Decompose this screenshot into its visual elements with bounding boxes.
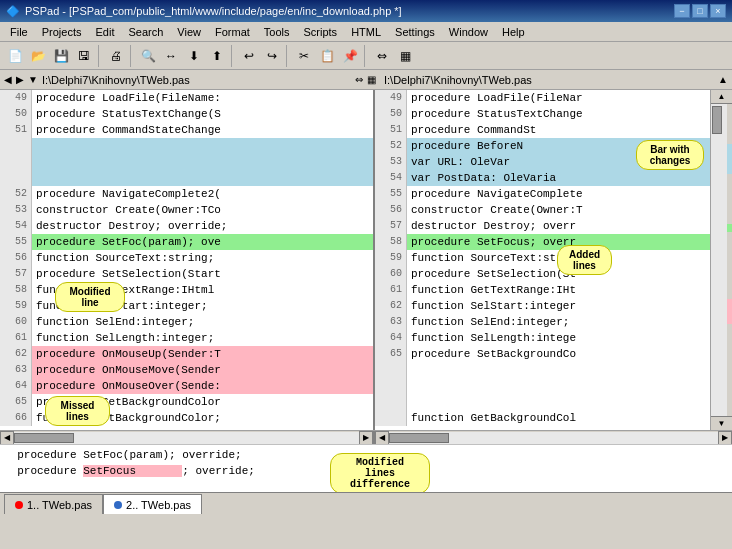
left-line-6: 52 procedure NavigateComplete2( <box>0 186 373 202</box>
path-bar-left: ◀ ▶ ▼ I:\Delphi7\Knihovny\TWeb.pas ⇔ ▦ <box>0 73 380 87</box>
menu-file[interactable]: File <box>4 24 34 40</box>
diff-view-button[interactable]: ▦ <box>394 45 416 67</box>
line-content-left-15: function SelLength:integer; <box>32 330 373 346</box>
menu-help[interactable]: Help <box>496 24 531 40</box>
new-button[interactable]: 📄 <box>4 45 26 67</box>
line-content-right-6: procedure NavigateComplete <box>407 186 732 202</box>
left-line-19: 65 procedure SetBackgroundColor <box>0 394 373 410</box>
line-content-right-10: function SourceText:strin <box>407 250 732 266</box>
scrollbar-thumb[interactable] <box>712 106 722 134</box>
right-h-thumb[interactable] <box>389 433 449 443</box>
line-content-left-17: procedure OnMouseMove(Sender <box>32 362 373 378</box>
undo-button[interactable]: ↩ <box>238 45 260 67</box>
save-all-button[interactable]: 🖫 <box>73 45 95 67</box>
minimize-button[interactable]: − <box>674 4 690 18</box>
scroll-up-btn[interactable]: ▲ <box>711 90 732 104</box>
left-line-11: 57 procedure SetSelection(Start <box>0 266 373 282</box>
path-left-grid[interactable]: ▦ <box>367 74 376 85</box>
menu-scripts[interactable]: Scripts <box>298 24 344 40</box>
line-content-right-2: procedure CommandSt <box>407 122 732 138</box>
path-left-end[interactable]: ⇔ <box>355 74 363 85</box>
preview-highlight-setfocus: SetFocus <box>83 465 136 477</box>
cut-button[interactable]: ✂ <box>293 45 315 67</box>
paste-button[interactable]: 📌 <box>339 45 361 67</box>
scroll-down-btn[interactable]: ▼ <box>711 416 732 430</box>
left-line-4 <box>0 154 373 170</box>
line-content-right-0: procedure LoadFile(FileNar <box>407 90 732 106</box>
menu-settings[interactable]: Settings <box>389 24 441 40</box>
left-scroll-left-btn[interactable]: ◀ <box>0 431 14 445</box>
left-code-content[interactable]: 49 procedure LoadFile(FileName:50 proced… <box>0 90 373 430</box>
close-button[interactable]: × <box>710 4 726 18</box>
line-num-right-17 <box>375 362 407 378</box>
find-prev-button[interactable]: ⬆ <box>206 45 228 67</box>
menu-html[interactable]: HTML <box>345 24 387 40</box>
tab-bar: 1.. TWeb.pas 2.. TWeb.pas <box>0 492 732 514</box>
right-line-17 <box>375 362 732 378</box>
left-line-10: 56 function SourceText:string; <box>0 250 373 266</box>
path-right-text: I:\Delphi7\Knihovny\TWeb.pas <box>384 74 532 86</box>
path-left-icon2[interactable]: ▶ <box>16 74 24 85</box>
line-content-left-8: destructor Destroy; override; <box>32 218 373 234</box>
search-button[interactable]: 🔍 <box>137 45 159 67</box>
find-next-button[interactable]: ⬇ <box>183 45 205 67</box>
left-h-thumb[interactable] <box>14 433 74 443</box>
line-content-left-16: procedure OnMouseUp(Sender:T <box>32 346 373 362</box>
print-button[interactable]: 🖨 <box>105 45 127 67</box>
copy-button[interactable]: 📋 <box>316 45 338 67</box>
right-line-2: 51 procedure CommandSt <box>375 122 732 138</box>
separator-3 <box>231 45 235 67</box>
line-content-right-20: function GetBackgroundCol <box>407 410 732 426</box>
right-line-15: 64 function SelLength:intege <box>375 330 732 346</box>
tab-1-dot <box>15 501 23 509</box>
changes-bar <box>727 104 732 416</box>
menu-search[interactable]: Search <box>122 24 169 40</box>
line-content-left-13: function SelStart:integer; <box>32 298 373 314</box>
line-num-left-6: 52 <box>0 186 32 202</box>
open-button[interactable]: 📂 <box>27 45 49 67</box>
path-right-scroll[interactable]: ▲ <box>718 74 728 85</box>
title-bar: 🔷 PSPad - [PSPad_com/public_html/www/inc… <box>0 0 732 22</box>
line-num-left-1: 50 <box>0 106 32 122</box>
diff-sync-button[interactable]: ⇔ <box>371 45 393 67</box>
preview-line-2: procedure SetFocus ; override; <box>4 463 728 479</box>
path-left-icon[interactable]: ◀ <box>4 74 12 85</box>
line-content-right-5: var PostData: OleVaria <box>407 170 732 186</box>
menu-window[interactable]: Window <box>443 24 494 40</box>
line-content-right-4: var URL: OleVar <box>407 154 732 170</box>
line-content-right-11: procedure SetSelection(St <box>407 266 732 282</box>
save-button[interactable]: 💾 <box>50 45 72 67</box>
line-content-right-8: destructor Destroy; overr <box>407 218 732 234</box>
right-scroll-left-btn[interactable]: ◀ <box>375 431 389 445</box>
line-num-right-18 <box>375 378 407 394</box>
left-line-1: 50 procedure StatusTextChange(S <box>0 106 373 122</box>
path-left-down[interactable]: ▼ <box>28 74 38 85</box>
tab-1[interactable]: 1.. TWeb.pas <box>4 494 103 514</box>
right-line-5: 54 var PostData: OleVaria <box>375 170 732 186</box>
menu-format[interactable]: Format <box>209 24 256 40</box>
right-scroll-right-btn[interactable]: ▶ <box>718 431 732 445</box>
right-line-18 <box>375 378 732 394</box>
right-line-0: 49 procedure LoadFile(FileNar <box>375 90 732 106</box>
tab-2-dot <box>114 501 122 509</box>
line-num-left-5 <box>0 170 32 186</box>
menu-view[interactable]: View <box>171 24 207 40</box>
line-num-left-12: 58 <box>0 282 32 298</box>
changes-deleted-segment <box>727 299 732 324</box>
tab-2[interactable]: 2.. TWeb.pas <box>103 494 202 514</box>
menu-edit[interactable]: Edit <box>89 24 120 40</box>
right-code-content[interactable]: 49 procedure LoadFile(FileNar50 procedur… <box>375 90 732 430</box>
menu-tools[interactable]: Tools <box>258 24 296 40</box>
replace-button[interactable]: ↔ <box>160 45 182 67</box>
line-content-left-10: function SourceText:string; <box>32 250 373 266</box>
line-num-left-0: 49 <box>0 90 32 106</box>
changes-modified-segment <box>727 224 732 232</box>
left-scroll-right-btn[interactable]: ▶ <box>359 431 373 445</box>
right-scrollbar-area: ▲ ▼ <box>710 90 732 430</box>
line-num-right-0: 49 <box>375 90 407 106</box>
restore-button[interactable]: □ <box>692 4 708 18</box>
redo-button[interactable]: ↪ <box>261 45 283 67</box>
line-num-left-8: 54 <box>0 218 32 234</box>
h-scrollbar: ◀ ▶ ◀ ▶ <box>0 430 732 444</box>
menu-projects[interactable]: Projects <box>36 24 88 40</box>
